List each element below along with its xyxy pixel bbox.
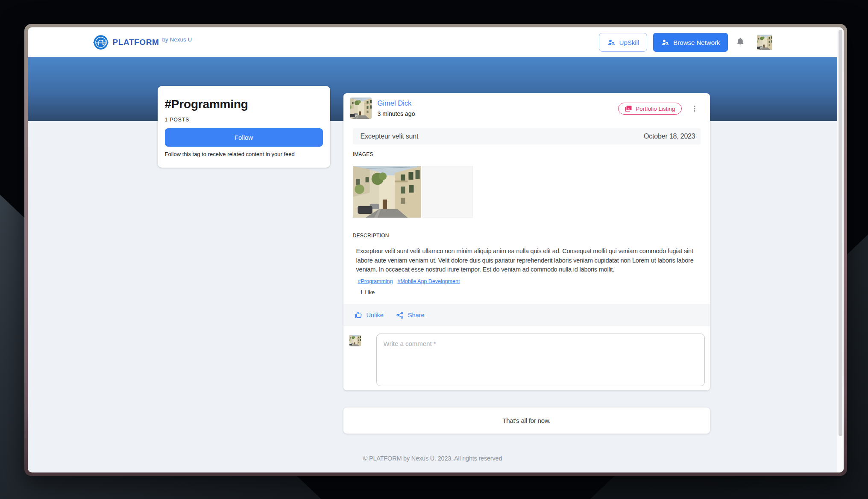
feed-column: Gimel Dick 3 minutes ago (343, 93, 710, 434)
post-title: Excepteur velit sunt (361, 133, 419, 140)
comment-input[interactable] (376, 334, 705, 386)
upskill-button[interactable]: UpSkill (599, 33, 648, 52)
post-image-street[interactable] (353, 166, 421, 218)
post-tags: #Programming #Mobile App Development (358, 278, 701, 284)
top-navigation-bar: PLATFORM by Nexus U (28, 27, 837, 57)
unlike-button[interactable]: Unlike (354, 310, 384, 319)
post-title-band: Excepteur velit sunt October 18, 2023 (353, 128, 701, 145)
share-button[interactable]: Share (396, 311, 425, 319)
page-viewport: PLATFORM by Nexus U (28, 27, 844, 472)
header-actions: UpSkill (599, 33, 772, 52)
person-search-icon (661, 38, 669, 47)
notifications-bell-icon[interactable] (736, 37, 745, 48)
scrollbar[interactable] (837, 27, 844, 472)
brand-name: PLATFORM (113, 38, 159, 47)
browse-network-label: Browse Network (673, 39, 720, 46)
feed-end-message: That's all for now. (502, 417, 550, 424)
post-image-blank[interactable] (422, 166, 473, 218)
browser-window: PLATFORM by Nexus U (24, 24, 847, 476)
follow-button[interactable]: Follow (165, 128, 323, 147)
scrollbar-thumb[interactable] (839, 30, 842, 436)
post-body: Excepteur velit sunt October 18, 2023 IM… (343, 128, 710, 295)
unlike-label: Unlike (367, 312, 384, 319)
tag-link-mobile-app-development[interactable]: #Mobile App Development (397, 278, 460, 284)
brand-byline: by Nexus U (162, 36, 192, 43)
like-count: 1 Like (360, 289, 701, 295)
user-avatar[interactable] (757, 35, 772, 50)
post-date: October 18, 2023 (644, 133, 695, 140)
author-name-link[interactable]: Gimel Dick (378, 99, 412, 107)
commenter-avatar (349, 335, 361, 346)
post-menu-button[interactable] (689, 103, 701, 114)
portfolio-icon (625, 105, 632, 112)
tag-title: #Programming (165, 97, 323, 111)
upskill-label: UpSkill (619, 39, 639, 46)
brand-home-link[interactable]: PLATFORM by Nexus U (93, 35, 192, 50)
author-meta: Gimel Dick 3 minutes ago (378, 99, 415, 117)
post-images (353, 166, 701, 218)
footer-copyright: © PLATFORM by Nexus U. 2023. All rights … (28, 434, 837, 468)
tag-posts-count: 1 POSTS (165, 117, 323, 123)
thumb-up-icon (354, 310, 363, 319)
browse-network-button[interactable]: Browse Network (653, 33, 727, 52)
brand-logo-icon (93, 35, 108, 50)
images-section-label: IMAGES (353, 151, 701, 157)
post-timestamp: 3 minutes ago (378, 110, 415, 117)
post-card: Gimel Dick 3 minutes ago (343, 93, 710, 390)
comment-composer (343, 326, 710, 390)
portfolio-listing-label: Portfolio Listing (636, 106, 675, 112)
post-header: Gimel Dick 3 minutes ago (343, 93, 710, 122)
desktop-background: PLATFORM by Nexus U (0, 0, 868, 499)
tag-follow-hint: Follow this tag to receive related conte… (165, 151, 323, 157)
feed-end-card: That's all for now. (343, 407, 710, 434)
main-content: #Programming 1 POSTS Follow Follow this … (28, 121, 837, 472)
web-page: PLATFORM by Nexus U (28, 27, 837, 472)
author-avatar[interactable] (350, 97, 372, 119)
portfolio-listing-badge[interactable]: Portfolio Listing (618, 103, 681, 115)
post-description: Excepteur velit sunt velit ullamco non m… (356, 247, 707, 275)
post-action-bar: Unlike (343, 304, 710, 326)
tag-card: #Programming 1 POSTS Follow Follow this … (158, 86, 330, 168)
description-section-label: DESCRIPTION (353, 233, 701, 239)
tag-link-programming[interactable]: #Programming (358, 278, 393, 284)
share-label: Share (408, 312, 425, 319)
person-search-icon (607, 38, 616, 47)
share-icon (396, 311, 404, 319)
